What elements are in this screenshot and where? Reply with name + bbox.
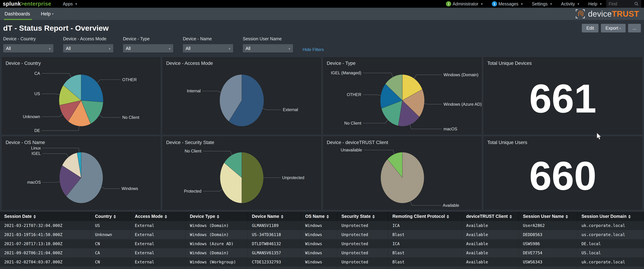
- dashboard-row-2: Device - OS Name WindowsmacOSIGELLinux D…: [0, 136, 644, 210]
- find-search-box[interactable]: [606, 0, 641, 8]
- title-row: dT - Status Report - Overview Edit Expor…: [0, 20, 644, 35]
- devicetrust-logo-icon: [575, 9, 585, 19]
- nav-administrator-label: Administrator: [452, 2, 478, 7]
- nav-administrator-menu[interactable]: i Administrator: [441, 0, 487, 8]
- column-header-session-date[interactable]: Session Date: [0, 212, 91, 221]
- pie-label: US: [34, 92, 40, 96]
- column-header-session-user-name[interactable]: Session User Name: [518, 212, 577, 221]
- panel-device-access-mode-title: Device - Access Mode: [162, 57, 321, 67]
- export-button[interactable]: Export: [601, 24, 626, 33]
- column-header-session-user-domain[interactable]: Session User Domain: [577, 212, 644, 221]
- pie-label: Unknown: [23, 114, 40, 119]
- tab-help[interactable]: Help: [39, 8, 55, 20]
- filter-device-country-dropdown[interactable]: All: [3, 44, 54, 53]
- chevron-down-icon: [287, 46, 290, 51]
- table-row[interactable]: 2021-03-21T07:32:04.000ZUSExternalWindow…: [0, 221, 644, 230]
- filter-session-user-name-label: Session User Name: [243, 36, 293, 41]
- nav-activity-menu[interactable]: Activity: [556, 0, 584, 8]
- table-cell: US-34TD36118: [248, 230, 301, 239]
- pie-chart-svg: ExternalInternal: [162, 66, 321, 135]
- chevron-down-icon: [48, 46, 50, 51]
- splunk-logo-enterprise: enterprise: [24, 1, 51, 7]
- pie-label: DE: [34, 128, 40, 133]
- nav-apps-menu[interactable]: Apps: [58, 0, 82, 8]
- filter-session-user-name-dropdown[interactable]: All: [243, 44, 293, 53]
- pie-label-line: [410, 125, 442, 129]
- tab-dashboards-label: Dashboards: [4, 11, 30, 17]
- tab-dashboards[interactable]: Dashboards: [3, 8, 32, 20]
- filter-device-type-value: All: [126, 46, 131, 51]
- pie-label-line: [42, 126, 79, 131]
- filter-device-access-mode-dropdown[interactable]: All: [63, 44, 113, 53]
- filter-device-country-value: All: [6, 46, 11, 51]
- device-access-mode-pie-chart: ExternalInternal: [162, 66, 321, 135]
- filter-device-name-dropdown[interactable]: All: [183, 44, 233, 53]
- column-header-security-state[interactable]: Security State: [337, 212, 388, 221]
- pie-label-line: [42, 148, 79, 153]
- table-cell: DE.local: [577, 239, 644, 248]
- table-cell: External: [130, 221, 186, 230]
- table-cell: Windows (Domain): [186, 230, 248, 239]
- table-cell: External: [130, 239, 186, 248]
- edit-button[interactable]: Edit: [582, 24, 598, 33]
- table-row[interactable]: 2021-07-20T17:13:10.000ZCNExternalWindow…: [0, 239, 644, 248]
- nav-help-menu[interactable]: Help: [584, 0, 606, 8]
- panel-device-security-state-title: Device - Security State: [162, 136, 321, 146]
- table-cell: uk.corporate.local: [577, 257, 644, 266]
- nav-messages-label: Messages: [498, 2, 518, 7]
- pie-label: No Client: [122, 115, 140, 120]
- filter-device-type-dropdown[interactable]: All: [123, 44, 173, 53]
- find-search-input[interactable]: [608, 2, 632, 7]
- column-header-remoting-client-protocol[interactable]: Remoting Client Protocol: [388, 212, 462, 221]
- table-row[interactable]: 2021-09-02T06:21:04.000ZCAExternalWindow…: [0, 248, 644, 257]
- table-row[interactable]: 2021-03-19T16:41:50.000ZUnknownExternalW…: [0, 230, 644, 239]
- table-cell: ICA: [388, 266, 462, 269]
- table-cell: DEDD8563: [518, 230, 577, 239]
- table-cell: CN: [91, 239, 130, 248]
- column-header-devicetrust-client[interactable]: deviceTRUST Client: [462, 212, 518, 221]
- table-cell: 2020-10-12T17:35:00.000Z: [0, 266, 91, 269]
- top-nav-bar: splunk>enterprise Apps i Administrator 1…: [0, 0, 644, 8]
- table-cell: uk.corporate.local: [577, 221, 644, 230]
- pie-label: macOS: [27, 180, 41, 184]
- more-actions-button[interactable]: ...: [628, 24, 641, 33]
- panel-device-country-title: Device - Country: [2, 57, 160, 67]
- table-cell: External: [130, 248, 186, 257]
- panel-device-os-name: Device - OS Name WindowsmacOSIGELLinux: [2, 136, 160, 210]
- column-header-country[interactable]: Country: [91, 212, 130, 221]
- panel-total-unique-users: Total Unique Users 660: [484, 136, 642, 210]
- pie-label: No Client: [184, 149, 202, 153]
- table-row[interactable]: 2021-02-02T04:03:07.000ZCNExternalWindow…: [0, 257, 644, 266]
- column-header-device-name[interactable]: Device Name: [248, 212, 301, 221]
- sort-icon: [510, 215, 512, 218]
- table-row[interactable]: 2020-10-12T17:35:00.000ZUnknownExternalW…: [0, 266, 644, 269]
- brand-trust-text: TRUST: [612, 9, 639, 19]
- nav-activity-label: Activity: [561, 2, 575, 7]
- column-header-os-name[interactable]: OS Name: [301, 212, 337, 221]
- column-header-access-mode[interactable]: Access Mode: [130, 212, 186, 221]
- hide-filters-link[interactable]: Hide Filters: [303, 47, 324, 52]
- table-cell: Available: [462, 230, 518, 239]
- splunk-logo[interactable]: splunk>enterprise: [3, 1, 51, 7]
- pie-label-line: [42, 94, 60, 95]
- filter-device-country-label: Device - Country: [3, 36, 54, 41]
- nav-apps-label: Apps: [63, 2, 73, 7]
- chevron-down-icon: [227, 46, 230, 51]
- nav-messages-menu[interactable]: 1 Messages: [487, 0, 527, 8]
- table-cell: us.corporate.local: [577, 230, 644, 239]
- nav-settings-menu[interactable]: Settings: [527, 0, 556, 8]
- messages-count-badge: 1: [492, 1, 497, 7]
- table-cell: DTLDTW846132: [248, 239, 301, 248]
- table-cell: Unprotected: [337, 266, 388, 269]
- table-cell: US: [91, 221, 130, 230]
- pie-slice[interactable]: [242, 152, 264, 203]
- panel-total-unique-devices: Total Unique Devices 661: [484, 57, 642, 135]
- table-cell: Available: [462, 248, 518, 257]
- pie-slice[interactable]: [81, 75, 103, 102]
- sessions-table: Session Date Country Access Mode Device …: [0, 212, 644, 269]
- sort-icon: [34, 215, 36, 218]
- table-cell: 2021-03-21T07:32:04.000Z: [0, 221, 91, 230]
- table-cell: GLMANSV61357: [248, 248, 301, 257]
- pie-label: Windows (Domain): [443, 73, 478, 77]
- column-header-device-type[interactable]: Device Type: [186, 212, 248, 221]
